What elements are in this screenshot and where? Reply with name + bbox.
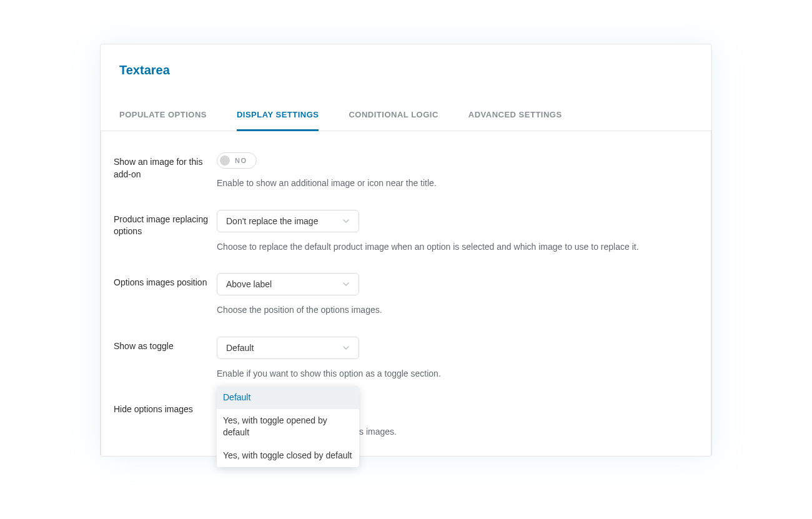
panel-header: Textarea [101, 44, 711, 77]
chevron-down-icon [342, 217, 350, 225]
select-value: Don't replace the image [226, 216, 318, 226]
field-label-hide-options-images: Hide options images [114, 400, 217, 416]
toggle-knob-icon [220, 156, 230, 166]
settings-panel: Textarea Populate Options Display Settin… [100, 44, 712, 457]
chevron-down-icon [342, 344, 350, 352]
field-show-as-toggle: Show as toggle Default Enable if you wan… [114, 333, 692, 397]
tab-conditional-logic[interactable]: Conditional Logic [349, 100, 438, 131]
chevron-down-icon [342, 280, 350, 288]
select-options-images-position[interactable]: Above label [217, 273, 359, 295]
field-label-product-image-replace: Product image replacing options [114, 210, 217, 238]
tabs-bar: Populate Options Display Settings Condit… [101, 100, 711, 131]
help-show-image: Enable to show an additional image or ic… [217, 177, 692, 190]
dropdown-show-as-toggle: Default Yes, with toggle opened by defau… [217, 386, 359, 467]
select-product-image-replace[interactable]: Don't replace the image [217, 210, 359, 232]
panel-title: Textarea [119, 63, 693, 77]
field-control-show-as-toggle: Default Enable if you want to show this … [217, 337, 692, 380]
tab-advanced-settings[interactable]: Advanced Settings [468, 100, 562, 131]
select-value: Default [226, 343, 254, 353]
dropdown-item-default[interactable]: Default [217, 386, 359, 409]
dropdown-item-toggle-closed[interactable]: Yes, with toggle closed by default [217, 444, 359, 467]
field-control-show-image: NO Enable to show an additional image or… [217, 152, 692, 190]
tab-display-settings[interactable]: Display Settings [237, 100, 319, 131]
field-label-options-images-position: Options images position [114, 273, 217, 289]
field-product-image-replace: Product image replacing options Don't re… [114, 206, 692, 270]
field-hide-options-images: Hide options images s images. [114, 396, 692, 438]
field-options-images-position: Options images position Above label Choo… [114, 269, 692, 333]
field-show-image: Show an image for this add-on NO Enable … [114, 149, 692, 206]
field-label-show-image: Show an image for this add-on [114, 152, 217, 180]
tab-content: Show an image for this add-on NO Enable … [101, 131, 711, 456]
toggle-text: NO [235, 157, 247, 164]
help-options-images-position: Choose the position of the options image… [217, 304, 692, 317]
field-label-show-as-toggle: Show as toggle [114, 337, 217, 353]
help-product-image-replace: Choose to replace the default product im… [217, 241, 692, 254]
field-control-options-images-position: Above label Choose the position of the o… [217, 273, 692, 317]
tab-populate-options[interactable]: Populate Options [119, 100, 207, 131]
select-value: Above label [226, 279, 272, 289]
field-control-product-image-replace: Don't replace the image Choose to replac… [217, 210, 692, 254]
help-show-as-toggle: Enable if you want to show this option a… [217, 368, 692, 380]
toggle-show-image[interactable]: NO [217, 152, 257, 169]
select-show-as-toggle[interactable]: Default [217, 337, 359, 359]
dropdown-item-toggle-opened[interactable]: Yes, with toggle opened by default [217, 409, 359, 444]
